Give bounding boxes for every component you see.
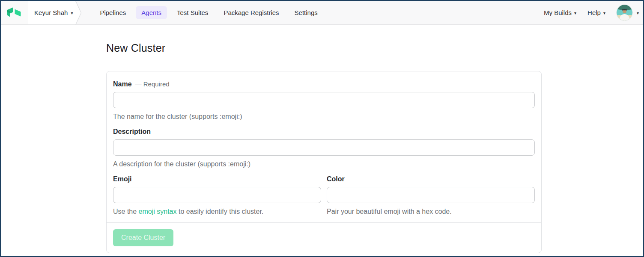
name-input[interactable] (113, 92, 535, 108)
emoji-syntax-link[interactable]: emoji syntax (139, 208, 177, 215)
description-field: Description A description for the cluste… (113, 127, 535, 168)
create-cluster-button[interactable]: Create Cluster (113, 229, 173, 246)
user-menu-caret-icon[interactable]: ▾ (637, 11, 639, 15)
color-field: Color Pair your beautiful emoji with a h… (327, 175, 535, 216)
caret-down-icon: ▾ (574, 11, 576, 15)
nav-right: My Builds ▾ Help ▾ (544, 1, 643, 24)
main-content: New Cluster Name — Required The name for… (1, 25, 643, 256)
nav-package-registries[interactable]: Package Registries (218, 6, 284, 19)
emoji-help-suffix: to easily identify this cluster. (177, 208, 264, 215)
top-nav: Keyur Shah ▾ Pipelines Agents Test Suite… (1, 1, 643, 25)
name-required-note: — Required (135, 80, 170, 89)
color-help: Pair your beautiful emoji with a hex cod… (327, 207, 535, 216)
name-help: The name for the cluster (supports :emoj… (113, 112, 535, 121)
buildkite-logo-icon (7, 6, 21, 19)
nav-spacer (323, 1, 544, 24)
page-title: New Cluster (106, 42, 643, 54)
description-help: A description for the cluster (supports … (113, 160, 535, 168)
breadcrumb-separator (75, 1, 83, 25)
nav-settings[interactable]: Settings (289, 6, 323, 19)
color-label: Color (327, 175, 345, 183)
org-switcher[interactable]: Keyur Shah ▾ (27, 1, 75, 24)
my-builds-menu[interactable]: My Builds ▾ (544, 9, 576, 16)
caret-down-icon: ▾ (603, 11, 605, 15)
emoji-help: Use the emoji syntax to easily identify … (113, 207, 321, 216)
description-label: Description (113, 127, 151, 136)
app-window: Keyur Shah ▾ Pipelines Agents Test Suite… (0, 0, 644, 257)
description-input[interactable] (113, 139, 535, 156)
emoji-field: Emoji Use the emoji syntax to easily ide… (113, 175, 321, 216)
nav-pipelines[interactable]: Pipelines (94, 6, 131, 19)
form-body: Name — Required The name for the cluster… (107, 71, 541, 222)
name-field: Name — Required The name for the cluster… (113, 80, 535, 121)
caret-down-icon: ▾ (71, 11, 73, 15)
emoji-input[interactable] (113, 187, 321, 203)
buildkite-logo[interactable] (1, 1, 27, 24)
org-name: Keyur Shah (34, 9, 68, 16)
user-avatar[interactable] (617, 5, 632, 21)
emoji-label: Emoji (113, 175, 132, 183)
emoji-color-row: Emoji Use the emoji syntax to easily ide… (113, 175, 535, 216)
my-builds-label: My Builds (544, 9, 572, 16)
color-input[interactable] (327, 187, 535, 203)
nav-test-suites[interactable]: Test Suites (171, 6, 214, 19)
name-label: Name (113, 80, 132, 89)
help-menu[interactable]: Help ▾ (587, 9, 605, 16)
emoji-help-prefix: Use the (113, 208, 139, 215)
form-footer: Create Cluster (107, 222, 541, 253)
new-cluster-form-card: Name — Required The name for the cluster… (106, 71, 542, 253)
primary-nav: Pipelines Agents Test Suites Package Reg… (94, 1, 323, 24)
nav-agents[interactable]: Agents (136, 6, 167, 19)
help-label: Help (587, 9, 601, 16)
